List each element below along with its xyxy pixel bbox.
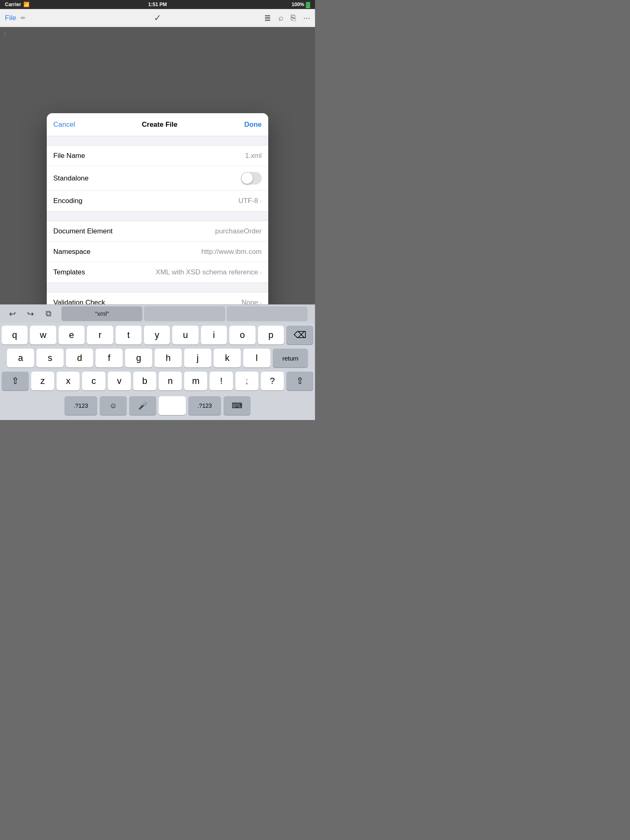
key-u[interactable]: u	[172, 326, 198, 345]
namespace-label: Namespace	[53, 248, 91, 256]
undo-button[interactable]: ↩	[3, 306, 21, 321]
key-z[interactable]: z	[31, 372, 54, 390]
modal-title: Create File	[142, 121, 178, 129]
key-x[interactable]: x	[57, 372, 80, 390]
key-d[interactable]: d	[66, 349, 93, 368]
file-name-label: File Name	[53, 152, 85, 160]
encoding-value: UTF-8 ›	[238, 197, 262, 205]
more-icon[interactable]: ···	[303, 13, 310, 23]
keys-rows: q w e r t y u i o p ⌫ a s d f g h j k l …	[0, 322, 315, 396]
share-icon[interactable]: ⎘	[291, 13, 296, 23]
space-button[interactable]	[159, 396, 186, 415]
app-toolbar: File ✒ ✓ ≣ ⌕ ⎘ ···	[0, 9, 315, 27]
section-gap-3	[47, 283, 268, 292]
key-l[interactable]: l	[243, 349, 270, 368]
key-exclaim[interactable]: !	[210, 372, 233, 390]
file-name-value: 1.xml	[245, 152, 262, 160]
modal-group-1: File Name 1.xml Standalone Encoding UTF-…	[47, 145, 268, 212]
emoji-button[interactable]: ☺	[100, 396, 127, 415]
cancel-button[interactable]: Cancel	[53, 121, 75, 129]
key-o[interactable]: o	[229, 326, 255, 345]
toggle-knob	[242, 173, 253, 184]
key-w[interactable]: w	[30, 326, 56, 345]
key-v[interactable]: v	[108, 372, 131, 390]
toolbar-center: ✓	[154, 13, 161, 23]
key-r[interactable]: r	[87, 326, 113, 345]
key-p[interactable]: p	[258, 326, 284, 345]
battery-label: 100%	[292, 2, 304, 7]
namespace-row[interactable]: Namespace http://www.ibm.com	[47, 242, 268, 262]
key-i[interactable]: i	[201, 326, 227, 345]
redo-button[interactable]: ↪	[21, 306, 39, 321]
num-button-right[interactable]: .?123	[188, 396, 221, 415]
key-question[interactable]: ?	[261, 372, 284, 390]
clipboard-button[interactable]: ⧉	[39, 306, 57, 321]
status-bar: Carrier 📶 1:51 PM 100% ▓	[0, 0, 315, 9]
document-element-label: Document Element	[53, 227, 113, 235]
wifi-icon: 📶	[23, 2, 30, 7]
toolbar-left: File ✒	[5, 14, 26, 23]
key-row-2: a s d f g h j k l return	[2, 349, 313, 368]
modal-header: Cancel Create File Done	[47, 113, 268, 136]
key-q[interactable]: q	[2, 326, 27, 345]
shift-button-right[interactable]: ⇧	[286, 372, 313, 390]
templates-chevron: ›	[260, 269, 262, 276]
keyboard: ↩ ↪ ⧉ "xml" q w e r t y u i o p ⌫ a s d	[0, 304, 315, 420]
toolbar-right: ≣ ⌕ ⎘ ···	[264, 13, 310, 23]
status-bar-time: 1:51 PM	[148, 2, 167, 7]
key-row-1: q w e r t y u i o p ⌫	[2, 326, 313, 345]
encoding-row[interactable]: Encoding UTF-8 ›	[47, 191, 268, 211]
key-b[interactable]: b	[133, 372, 156, 390]
key-row-3: ⇧ z x c v b n m ! ; ? ⇧	[2, 372, 313, 390]
standalone-label: Standalone	[53, 174, 89, 183]
key-s[interactable]: s	[37, 349, 64, 368]
autocomplete-bar: "xml"	[61, 306, 308, 321]
return-button[interactable]: return	[273, 349, 308, 368]
shift-button-left[interactable]: ⇧	[2, 372, 29, 390]
key-f[interactable]: f	[96, 349, 123, 368]
standalone-toggle[interactable]	[241, 172, 262, 185]
key-k[interactable]: k	[214, 349, 241, 368]
key-e[interactable]: e	[59, 326, 84, 345]
encoding-chevron: ›	[260, 198, 262, 204]
pen-icon: ✒	[20, 14, 26, 23]
templates-row[interactable]: Templates XML with XSD schema reference …	[47, 262, 268, 283]
battery-icon: ▓	[306, 1, 310, 8]
key-c[interactable]: c	[82, 372, 105, 390]
file-button[interactable]: File	[5, 14, 16, 22]
file-name-row[interactable]: File Name 1.xml	[47, 146, 268, 166]
mic-button[interactable]: 🎤	[129, 396, 156, 415]
bottom-row: .?123 ☺ 🎤 .?123 ⌨	[0, 396, 315, 420]
key-a[interactable]: a	[7, 349, 34, 368]
key-m[interactable]: m	[184, 372, 207, 390]
search-icon[interactable]: ⌕	[278, 13, 283, 23]
encoding-label: Encoding	[53, 197, 82, 205]
document-element-row[interactable]: Document Element purchaseOrder	[47, 221, 268, 242]
autocomplete-item-3[interactable]	[227, 306, 308, 321]
autocomplete-item-1[interactable]: "xml"	[62, 306, 142, 321]
autocomplete-item-2[interactable]	[144, 306, 225, 321]
lines-icon[interactable]: ≣	[264, 13, 271, 23]
section-gap-2	[47, 212, 268, 221]
key-y[interactable]: y	[144, 326, 170, 345]
key-t[interactable]: t	[116, 326, 142, 345]
key-n[interactable]: n	[159, 372, 182, 390]
templates-label: Templates	[53, 268, 85, 276]
modal-group-2: Document Element purchaseOrder Namespace…	[47, 221, 268, 283]
keyboard-button[interactable]: ⌨	[224, 396, 251, 415]
delete-button[interactable]: ⌫	[286, 326, 313, 345]
status-bar-right: 100% ▓	[292, 1, 310, 8]
key-h[interactable]: h	[155, 349, 182, 368]
document-element-value: purchaseOrder	[215, 227, 262, 235]
num-button-left[interactable]: .?123	[64, 396, 97, 415]
keyboard-toolbar: ↩ ↪ ⧉ "xml"	[0, 304, 315, 322]
key-j[interactable]: j	[184, 349, 211, 368]
check-icon[interactable]: ✓	[154, 13, 161, 23]
standalone-row: Standalone	[47, 166, 268, 191]
done-button[interactable]: Done	[244, 121, 262, 129]
section-gap-1	[47, 136, 268, 145]
namespace-value: http://www.ibm.com	[201, 248, 262, 256]
key-semicolon[interactable]: ;	[235, 372, 258, 390]
key-g[interactable]: g	[125, 349, 152, 368]
carrier-label: Carrier	[5, 2, 21, 7]
